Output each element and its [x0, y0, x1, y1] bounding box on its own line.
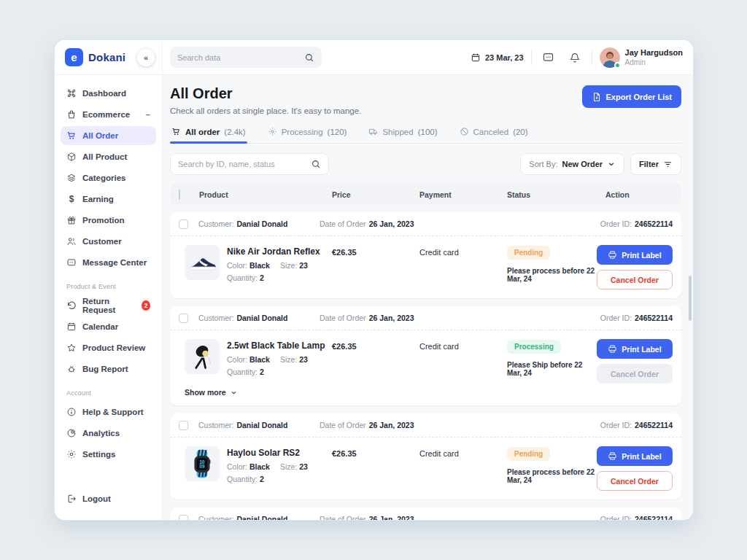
order-date: 26 Jan, 2023	[369, 314, 414, 322]
sidebar-item-promotion[interactable]: Promotion	[61, 211, 156, 230]
cancel-order-button-disabled[interactable]: Cancel Order	[597, 364, 673, 384]
cancel-order-button[interactable]: Cancel Order	[597, 270, 673, 289]
order-id: 246522114	[635, 219, 673, 228]
sidebar-item-earning[interactable]: $ Earning	[61, 190, 156, 209]
select-all-checkbox[interactable]	[179, 190, 180, 200]
sidebar-nav: Dashboard Ecommerce – All Order All Prod…	[55, 75, 162, 520]
order-product-row: Nike Air Jordan Reflex Color: BlackSize:…	[170, 236, 681, 298]
online-status-dot	[614, 62, 621, 69]
content-column: 23 Mar, 23 Jay Hargudson	[163, 40, 693, 520]
sidebar-logo-row: e Dokani «	[55, 40, 162, 75]
user-name: Jay Hargudson	[625, 48, 683, 58]
order-tabs: All order (2.4k) Processing (120) Shippe…	[170, 127, 681, 144]
order-meta-row: Customer:Danial Donald Date of Order26 J…	[170, 508, 681, 520]
pie-chart-icon	[66, 428, 77, 438]
export-order-list-button[interactable]: Export Order List	[582, 85, 681, 108]
scrollbar-thumb[interactable]	[689, 276, 692, 321]
global-search[interactable]	[170, 47, 322, 68]
payment-method: Credit card	[419, 248, 507, 257]
sort-by-dropdown[interactable]: Sort By: New Order	[520, 153, 624, 175]
chat-icon	[542, 51, 554, 63]
sidebar-item-categories[interactable]: Categories	[61, 168, 156, 187]
app-window: e Dokani « Dashboard Ecommerce – All Ord…	[55, 40, 693, 520]
info-icon	[66, 407, 77, 417]
status-badge: Processing	[507, 340, 561, 354]
export-file-icon	[592, 92, 602, 102]
cart-icon	[66, 131, 77, 141]
top-bar-right: 23 Mar, 23 Jay Hargudson	[471, 47, 683, 68]
page-title: All Order	[170, 85, 361, 102]
notifications-button[interactable]	[565, 48, 584, 67]
cancel-order-button[interactable]: Cancel Order	[597, 471, 673, 491]
order-id: 246522114	[635, 421, 673, 429]
filter-button[interactable]: Filter	[630, 153, 681, 175]
sidebar-item-all-product[interactable]: All Product	[61, 147, 156, 166]
tab-canceled[interactable]: Canceled (20)	[458, 127, 530, 143]
sidebar-item-message-center[interactable]: Message Center	[61, 253, 156, 272]
chevron-down-icon	[607, 160, 616, 168]
chat-icon	[66, 257, 77, 268]
printer-icon	[608, 250, 617, 260]
sidebar-item-analytics[interactable]: Analytics	[61, 424, 156, 443]
sidebar-item-return-request[interactable]: Return Request 2	[61, 296, 156, 315]
order-checkbox[interactable]	[179, 314, 188, 323]
payment-method: Credit card	[419, 449, 507, 458]
show-more-link[interactable]: Show more	[170, 386, 681, 405]
order-search-input[interactable]	[178, 160, 311, 168]
current-date: 23 Mar, 23	[485, 53, 524, 62]
order-date: 26 Jan, 2023	[369, 515, 414, 520]
box-icon	[66, 152, 77, 162]
product-image-sneaker	[185, 245, 220, 280]
order-search[interactable]	[170, 153, 329, 175]
sidebar-item-bug-report[interactable]: Bug Report	[61, 359, 156, 378]
messages-button[interactable]	[539, 48, 558, 67]
tab-shipped[interactable]: Shipped (100)	[367, 127, 438, 143]
table-header: Product Price Payment Status Action	[170, 184, 681, 205]
gift-icon	[66, 215, 77, 225]
order-price: €26.35	[332, 248, 419, 257]
truck-icon	[368, 127, 378, 136]
sidebar-collapse-button[interactable]: «	[137, 49, 155, 66]
print-label-button[interactable]: Print Label	[597, 339, 673, 359]
dokani-logo-icon: e	[65, 48, 83, 66]
sidebar-item-help-support[interactable]: Help & Support	[61, 402, 156, 421]
sidebar-item-product-review[interactable]: Product Review	[61, 338, 156, 357]
top-bar: 23 Mar, 23 Jay Hargudson	[163, 40, 693, 75]
search-icon	[304, 52, 314, 63]
avatar	[600, 47, 620, 68]
users-icon	[66, 236, 77, 246]
sidebar-item-dashboard[interactable]: Dashboard	[61, 84, 156, 103]
sidebar-item-all-order[interactable]: All Order	[61, 126, 156, 145]
order-checkbox[interactable]	[179, 421, 188, 430]
order-meta-row: Customer:Danial Donald Date of Order26 J…	[170, 306, 681, 330]
global-search-input[interactable]	[177, 53, 304, 62]
order-checkbox[interactable]	[179, 515, 188, 521]
print-label-button[interactable]: Print Label	[597, 245, 673, 265]
sidebar-section-account: Account	[66, 389, 150, 397]
sidebar-item-settings[interactable]: Settings	[61, 445, 156, 464]
collapse-group-icon[interactable]: –	[146, 110, 150, 119]
bug-icon	[66, 364, 77, 374]
search-icon	[311, 159, 321, 169]
order-checkbox[interactable]	[179, 219, 188, 229]
list-toolbar: Sort By: New Order Filter	[170, 153, 681, 175]
sidebar-item-logout[interactable]: Logout	[61, 489, 156, 508]
date-picker[interactable]: 23 Mar, 23	[471, 52, 524, 63]
sidebar-section-product-event: Product & Event	[66, 283, 150, 290]
order-meta-row: Customer:Danial Donald Date of Order26 J…	[170, 413, 681, 438]
sidebar-item-calendar[interactable]: Calendar	[61, 317, 156, 336]
cancel-circle-icon	[460, 127, 469, 136]
tab-processing[interactable]: Processing (120)	[266, 127, 349, 143]
sidebar-item-ecommerce[interactable]: Ecommerce –	[61, 105, 156, 124]
user-profile-menu[interactable]: Jay Hargudson Admin	[600, 47, 683, 68]
bag-icon	[66, 109, 77, 120]
order-card: Customer:Danial Donald Date of Order26 J…	[170, 306, 681, 405]
tab-all-order[interactable]: All order (2.4k)	[170, 127, 247, 143]
return-icon	[66, 300, 77, 311]
customer-name: Danial Donald	[236, 421, 287, 429]
print-label-button[interactable]: Print Label	[597, 446, 673, 466]
page-subtitle: Check all orders at single place. It's e…	[170, 106, 361, 115]
sidebar: e Dokani « Dashboard Ecommerce – All Ord…	[55, 40, 163, 520]
sidebar-item-customer[interactable]: Customer	[61, 232, 156, 251]
order-id: 246522114	[635, 515, 673, 520]
